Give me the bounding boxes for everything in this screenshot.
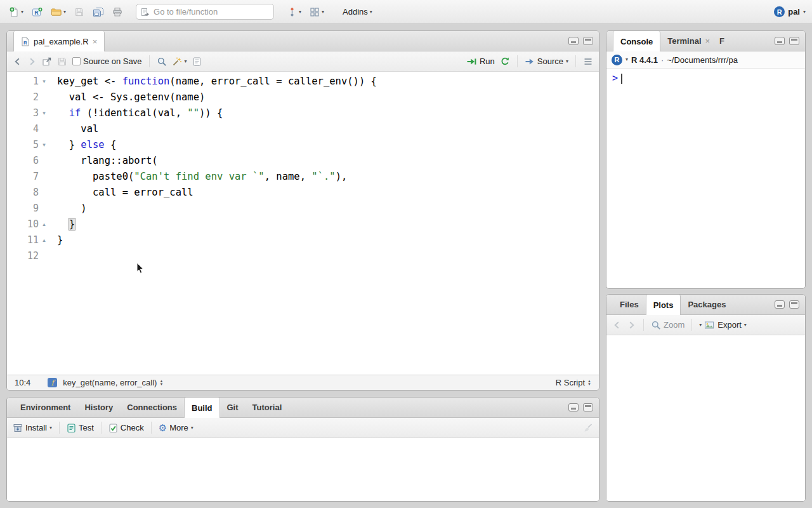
forward-icon[interactable]	[627, 320, 636, 330]
tab-terminal[interactable]: Terminal ×	[660, 31, 717, 51]
code-line[interactable]: 9 )	[7, 201, 599, 217]
line-number: 6	[7, 153, 39, 169]
tab-history[interactable]: History	[77, 398, 120, 417]
toolbar-separator	[101, 422, 102, 434]
code-line[interactable]: 6 rlang::abort(	[7, 153, 599, 169]
rerun-icon[interactable]	[500, 57, 510, 67]
code-line-text: } else {	[49, 137, 116, 153]
separator-dot: ·	[661, 55, 664, 65]
code-line[interactable]: 8 call = error_call	[7, 185, 599, 201]
code-line[interactable]: 10▴ }	[7, 217, 599, 232]
code-line[interactable]: 7 paste0("Can't find env var `", name, "…	[7, 169, 599, 185]
new-project-button[interactable]: R	[29, 5, 45, 19]
maximize-button[interactable]	[789, 300, 799, 309]
toolbar-separator	[59, 422, 60, 434]
check-button[interactable]: Check	[108, 423, 144, 433]
source-button[interactable]: Source ▾	[525, 57, 568, 67]
back-icon[interactable]	[612, 320, 622, 330]
maximize-button[interactable]	[583, 403, 593, 411]
goto-file-input[interactable]	[154, 7, 269, 17]
install-button[interactable]: Install ▾	[13, 423, 52, 433]
caret-down-icon[interactable]: ▾	[625, 57, 628, 62]
caret-down-icon: ▾	[566, 59, 568, 64]
tab-plots[interactable]: Plots	[646, 295, 681, 315]
document-outline-icon[interactable]	[583, 57, 593, 67]
source-label: Source	[537, 57, 563, 66]
file-type-selector[interactable]: R Script ▲ ▼	[556, 378, 591, 387]
maximize-button[interactable]	[789, 37, 799, 45]
back-icon[interactable]	[13, 57, 22, 67]
tab-background-jobs[interactable]: F	[717, 31, 727, 51]
code-line[interactable]: 11▴}	[7, 232, 599, 248]
code-tools-button[interactable]: ▾	[172, 57, 187, 67]
code-line[interactable]: 5▾ } else {	[7, 137, 599, 153]
tab-console[interactable]: Console	[613, 31, 660, 51]
tab-connections[interactable]: Connections	[120, 398, 184, 417]
fold-toggle-icon[interactable]: ▾	[39, 105, 49, 121]
pane-layout-button[interactable]: ▾	[307, 5, 327, 19]
scope-selector[interactable]: key_get(name, error_call) ▲ ▼	[63, 378, 163, 387]
code-line-text: paste0("Can't find env var `", name, "`.…	[49, 169, 347, 185]
minimize-button[interactable]	[775, 37, 785, 45]
pane-window-buttons	[568, 31, 599, 51]
fold-toggle-icon[interactable]: ▾	[39, 137, 49, 153]
project-menu[interactable]: R pal ▾	[774, 6, 806, 17]
open-in-window-icon[interactable]	[42, 57, 52, 67]
save-icon[interactable]	[57, 57, 67, 67]
export-label: Export	[717, 320, 742, 330]
tab-pal-example[interactable]: R pal_example.R ×	[13, 31, 105, 51]
fold-toggle-icon[interactable]: ▴	[39, 217, 49, 232]
caret-down-icon: ▾	[21, 10, 23, 15]
minimize-button[interactable]	[568, 403, 579, 411]
minimize-button[interactable]	[775, 300, 785, 309]
run-button[interactable]: Run	[466, 57, 495, 67]
maximize-button[interactable]	[583, 37, 593, 45]
source-on-save-checkbox[interactable]	[72, 57, 81, 65]
zoom-button[interactable]: Zoom	[651, 320, 684, 330]
save-all-button[interactable]	[90, 5, 107, 19]
source-on-save-toggle[interactable]: Source on Save	[72, 57, 142, 66]
fold-toggle-icon[interactable]: ▾	[39, 74, 49, 90]
code-editor[interactable]: 1▾key_get <- function(name, error_call =…	[7, 72, 599, 375]
goto-file-box[interactable]	[136, 4, 274, 20]
tab-files[interactable]: Files	[613, 295, 646, 314]
addins-button[interactable]: Addins ▾	[340, 5, 375, 18]
close-icon[interactable]: ×	[93, 37, 98, 46]
open-file-button[interactable]: ▾	[48, 5, 69, 19]
code-line[interactable]: 2 val <- Sys.getenv(name)	[7, 90, 599, 105]
test-button[interactable]: Test	[67, 423, 94, 433]
line-number: 1	[7, 74, 39, 90]
code-line[interactable]: 1▾key_get <- function(name, error_call =…	[7, 74, 599, 90]
more-button[interactable]: ⚙ More ▾	[159, 423, 193, 432]
r-file-icon: R	[21, 37, 30, 46]
clear-broom-icon[interactable]	[582, 423, 593, 433]
code-line[interactable]: 12	[7, 248, 599, 264]
line-number: 9	[7, 201, 39, 217]
tab-build[interactable]: Build	[184, 398, 220, 418]
tab-label: Files	[620, 300, 639, 309]
new-file-button[interactable]: ▾	[6, 5, 26, 19]
version-control-button[interactable]: ▾	[285, 5, 304, 19]
minimize-button[interactable]	[568, 37, 579, 45]
tab-environment[interactable]: Environment	[13, 398, 77, 417]
code-line[interactable]: 4 val	[7, 121, 599, 137]
close-icon[interactable]: ×	[705, 36, 710, 46]
export-button[interactable]: ▾ Export ▾	[699, 320, 747, 330]
code-line-text: if (!identical(val, "")) {	[49, 105, 223, 121]
tab-git[interactable]: Git	[220, 398, 246, 417]
save-button[interactable]	[72, 5, 87, 19]
tab-packages[interactable]: Packages	[681, 295, 733, 314]
code-line[interactable]: 3▾ if (!identical(val, "")) {	[7, 105, 599, 121]
print-button[interactable]	[110, 5, 125, 19]
search-icon[interactable]	[157, 57, 167, 67]
tab-tutorial[interactable]: Tutorial	[246, 398, 289, 417]
fold-spacer	[39, 121, 49, 137]
forward-icon[interactable]	[27, 57, 37, 67]
console-output[interactable]: >	[606, 69, 805, 288]
caret-down-icon: ▾	[322, 10, 324, 15]
editor-statusbar: 10:4 f key_get(name, error_call) ▲ ▼ R S…	[7, 375, 599, 390]
project-icon: R	[774, 6, 785, 17]
fold-toggle-icon[interactable]: ▴	[39, 232, 49, 248]
compile-report-icon[interactable]	[192, 57, 202, 67]
build-toolbar: Install ▾ Test Check ⚙ More ▾	[7, 418, 599, 438]
